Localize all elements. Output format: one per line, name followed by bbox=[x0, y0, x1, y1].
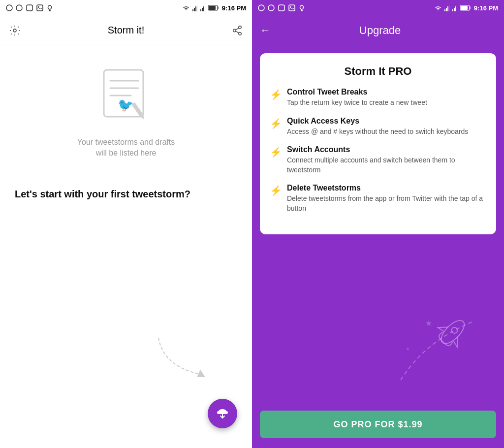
wifi-icon-r bbox=[435, 5, 441, 11]
location-icon-r bbox=[298, 4, 305, 11]
image-icon-r bbox=[288, 4, 295, 11]
svg-rect-11 bbox=[202, 8, 203, 11]
settings-button[interactable] bbox=[8, 24, 22, 37]
svg-rect-2 bbox=[27, 5, 32, 11]
arrow-decoration bbox=[154, 328, 213, 389]
svg-point-4 bbox=[38, 6, 39, 7]
battery-icon bbox=[208, 5, 219, 11]
feature-text-1: Control Tweet Breaks Tap the return key … bbox=[287, 88, 427, 108]
rocket-decoration-area: ★ ★ bbox=[252, 242, 504, 405]
feature-item-4: ⚡ Delete Tweetstorms Delete tweetstorms … bbox=[270, 184, 486, 213]
bolt-icon-2: ⚡ bbox=[270, 118, 282, 129]
feature-desc-1: Tap the return key twice to create a new… bbox=[287, 98, 427, 108]
app-icon-1 bbox=[26, 4, 33, 12]
phone-icon-r bbox=[258, 4, 265, 11]
svg-point-1 bbox=[16, 5, 22, 11]
signal-icon-r bbox=[444, 4, 449, 11]
right-status-bar: 9:16 PM bbox=[252, 0, 504, 16]
empty-state-text: Your tweetstorms and drafts will be list… bbox=[77, 137, 175, 159]
svg-text:★: ★ bbox=[425, 319, 432, 327]
svg-line-21 bbox=[236, 28, 239, 30]
right-panel: 9:16 PM ← Upgrade Storm It PRO ⚡ Control… bbox=[252, 0, 504, 448]
svg-point-30 bbox=[258, 5, 264, 11]
share-button[interactable] bbox=[230, 24, 244, 37]
wifi-icon bbox=[183, 5, 189, 11]
left-toolbar: Storm it! bbox=[0, 16, 252, 45]
cta-text: Let's start with your first tweetstorm? bbox=[10, 189, 190, 200]
feature-title-2: Quick Access Keys bbox=[287, 117, 468, 126]
left-status-right: 9:16 PM bbox=[183, 4, 246, 12]
right-status-right: 9:16 PM bbox=[435, 4, 498, 12]
svg-text:★: ★ bbox=[406, 346, 410, 352]
svg-rect-12 bbox=[203, 6, 204, 11]
feature-desc-3: Connect multiple accounts and switch bet… bbox=[287, 156, 486, 175]
svg-rect-45 bbox=[461, 6, 468, 10]
svg-rect-43 bbox=[457, 5, 457, 11]
svg-point-17 bbox=[239, 26, 242, 29]
svg-marker-29 bbox=[197, 370, 205, 377]
svg-rect-9 bbox=[197, 5, 197, 11]
svg-rect-40 bbox=[452, 9, 453, 11]
pro-card-title: Storm It PRO bbox=[270, 65, 486, 78]
svg-rect-32 bbox=[279, 5, 284, 11]
feature-title-1: Control Tweet Breaks bbox=[287, 88, 427, 96]
feature-desc-4: Delete tweetstorms from the app or from … bbox=[287, 194, 486, 213]
bolt-icon-3: ⚡ bbox=[270, 146, 282, 158]
rocket-svg: ★ ★ bbox=[396, 301, 494, 400]
svg-point-18 bbox=[233, 29, 236, 32]
svg-rect-7 bbox=[194, 8, 195, 11]
image-icon bbox=[36, 4, 43, 11]
bolt-icon-1: ⚡ bbox=[270, 89, 282, 100]
left-main-content: 🐦 Your tweetstorms and drafts will be li… bbox=[0, 45, 252, 448]
right-status-icons bbox=[258, 4, 305, 12]
message-icon-r bbox=[268, 4, 275, 11]
feature-text-2: Quick Access Keys Access @ and # keys wi… bbox=[287, 117, 468, 137]
app-icon-1-r bbox=[278, 4, 285, 12]
fab-button[interactable] bbox=[208, 399, 237, 428]
pro-card: Storm It PRO ⚡ Control Tweet Breaks Tap … bbox=[260, 53, 496, 234]
svg-point-48 bbox=[438, 317, 468, 347]
upgrade-title: Upgrade bbox=[279, 24, 481, 37]
go-pro-button[interactable]: GO PRO FOR $1.99 bbox=[260, 411, 496, 438]
svg-point-19 bbox=[239, 32, 242, 35]
svg-point-34 bbox=[290, 6, 291, 7]
svg-rect-42 bbox=[455, 6, 456, 11]
feature-item-2: ⚡ Quick Access Keys Access @ and # keys … bbox=[270, 117, 486, 137]
svg-rect-37 bbox=[446, 8, 447, 11]
feature-text-4: Delete Tweetstorms Delete tweetstorms fr… bbox=[287, 184, 486, 213]
left-status-icons bbox=[6, 4, 53, 12]
empty-illustration: 🐦 bbox=[94, 65, 158, 129]
svg-rect-10 bbox=[200, 9, 201, 11]
feature-text-3: Switch Accounts Connect multiple account… bbox=[287, 145, 486, 175]
svg-rect-36 bbox=[444, 9, 445, 11]
location-icon bbox=[46, 4, 53, 11]
signal-icon bbox=[192, 4, 197, 11]
left-time: 9:16 PM bbox=[222, 4, 246, 12]
bolt-icon-4: ⚡ bbox=[270, 185, 282, 196]
right-toolbar: ← Upgrade bbox=[252, 16, 504, 45]
svg-point-5 bbox=[48, 5, 52, 9]
svg-point-0 bbox=[6, 5, 12, 11]
signal-icon-2 bbox=[200, 4, 205, 11]
phone-icon bbox=[6, 4, 13, 11]
left-panel: 9:16 PM Storm it! bbox=[0, 0, 252, 448]
signal-icon-2-r bbox=[452, 4, 457, 11]
svg-point-31 bbox=[268, 5, 274, 11]
svg-rect-15 bbox=[209, 6, 216, 10]
svg-rect-39 bbox=[449, 5, 449, 11]
svg-rect-41 bbox=[454, 8, 455, 11]
svg-rect-38 bbox=[447, 6, 448, 11]
feature-title-3: Switch Accounts bbox=[287, 145, 486, 154]
svg-rect-13 bbox=[205, 5, 205, 11]
back-button[interactable]: ← bbox=[260, 24, 271, 37]
battery-icon-r bbox=[460, 5, 471, 11]
svg-point-35 bbox=[300, 5, 304, 9]
svg-point-16 bbox=[13, 29, 16, 32]
svg-rect-8 bbox=[195, 6, 196, 11]
svg-line-20 bbox=[236, 31, 239, 33]
left-status-bar: 9:16 PM bbox=[0, 0, 252, 16]
svg-text:🐦: 🐦 bbox=[118, 97, 134, 113]
svg-point-49 bbox=[450, 326, 459, 334]
svg-rect-6 bbox=[192, 9, 193, 11]
feature-title-4: Delete Tweetstorms bbox=[287, 184, 486, 192]
